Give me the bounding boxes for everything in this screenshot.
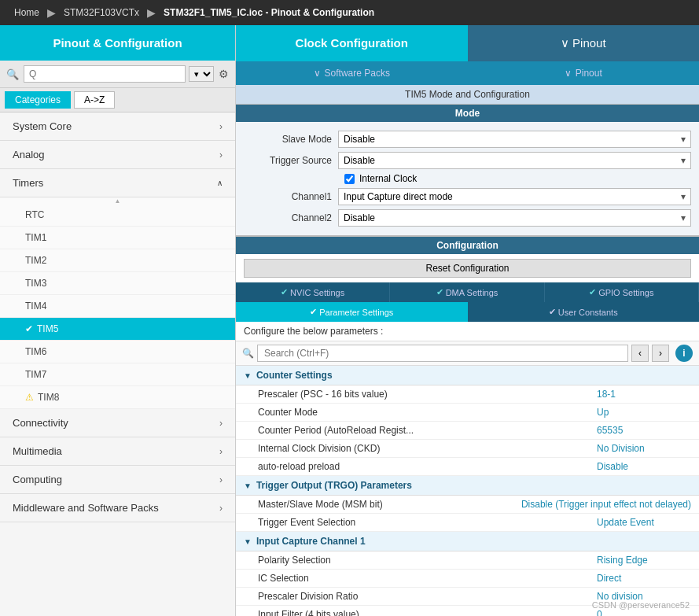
sub-item-tim5[interactable]: ✔ TIM5 [0, 318, 235, 341]
right-header-pinout[interactable]: ∨ Pinout [468, 25, 700, 61]
left-panel-header: Pinout & Configuration [0, 25, 235, 61]
settings-icon[interactable]: ⚙ [219, 68, 229, 80]
sub-item-tim3[interactable]: TIM3 [0, 272, 235, 295]
param-prescaler-val: 18-1 [597, 389, 691, 400]
param-search-input[interactable] [257, 345, 628, 362]
params-label: Configure the below parameters : [236, 322, 699, 341]
sub-item-tim4[interactable]: TIM4 [0, 295, 235, 318]
sub-item-tim7-label: TIM7 [25, 369, 46, 380]
nav-next-button[interactable]: › [652, 345, 669, 362]
tab-user-constants[interactable]: ✔ User Constants [468, 302, 700, 322]
param-search-icon: 🔍 [242, 348, 254, 359]
cat-timers[interactable]: Timers ∧ [0, 169, 235, 197]
cat-middleware-label: Middleware and Software Packs [13, 502, 159, 514]
counter-settings-label: Counter Settings [256, 370, 333, 381]
tab-gpio-settings[interactable]: ✔ GPIO Settings [545, 282, 699, 302]
trigger-source-val: Disable [344, 155, 681, 166]
counter-settings-group[interactable]: ▼ Counter Settings [236, 366, 699, 385]
right-panel: Clock Configuration ∨ Pinout ∨ Software … [236, 25, 699, 616]
tab-az[interactable]: A->Z [74, 91, 115, 109]
cat-analog[interactable]: Analog › [0, 141, 235, 169]
sub-item-rtc[interactable]: RTC [0, 204, 235, 227]
slave-mode-val: Disable [344, 134, 681, 145]
param-polarity-val: Rising Edge [597, 555, 691, 566]
param-check-icon: ✔ [310, 307, 317, 317]
sub-pinout[interactable]: ∨ Pinout [468, 61, 700, 85]
tim5-title: TIM5 Mode and Configuration [236, 85, 699, 105]
breadcrumb-home[interactable]: Home [6, 4, 47, 21]
trgo-group[interactable]: ▼ Trigger Output (TRGO) Parameters [236, 476, 699, 496]
channel1-row: Channel1 Input Capture direct mode ▾ [244, 188, 691, 205]
nvic-settings-label: NVIC Settings [290, 288, 344, 297]
config-section: Configuration [236, 237, 699, 254]
cat-middleware[interactable]: Middleware and Software Packs › [0, 494, 235, 522]
settings-tabs-row2: ✔ Parameter Settings ✔ User Constants [236, 302, 699, 322]
channel1-label: Channel1 [244, 191, 338, 202]
search-param-row: 🔍 ‹ › i [236, 341, 699, 366]
info-button[interactable]: i [675, 345, 693, 362]
sub-item-tim8[interactable]: ⚠ TIM8 [0, 386, 235, 409]
trigger-source-select[interactable]: Disable ▾ [338, 152, 691, 169]
slave-mode-select[interactable]: Disable ▾ [338, 131, 691, 148]
right-header-clock[interactable]: Clock Configuration [236, 25, 468, 61]
internal-clock-checkbox[interactable] [344, 174, 355, 184]
main-layout: Pinout & Configuration 🔍 ▾ ⚙ Categories … [0, 25, 699, 616]
param-prescaler-div-name: Prescaler Division Ratio [258, 591, 597, 602]
sub-item-tim1-label: TIM1 [25, 232, 46, 243]
param-ic-selection-name: IC Selection [258, 573, 597, 584]
slave-mode-arrow: ▾ [681, 134, 686, 145]
channel2-select[interactable]: Disable ▾ [338, 209, 691, 227]
search-row: 🔍 ▾ ⚙ [0, 61, 235, 88]
tab-parameter-settings[interactable]: ✔ Parameter Settings [236, 302, 468, 322]
tab-row: Categories A->Z [0, 88, 235, 113]
param-msm-name: Master/Slave Mode (MSM bit) [258, 499, 521, 510]
breadcrumb-file[interactable]: STM32F1_TIM5_IC.ioc - Pinout & Configura… [156, 4, 382, 21]
channel2-val: Disable [344, 212, 681, 223]
sub-item-tim3-label: TIM3 [25, 278, 46, 289]
cat-system-core[interactable]: System Core › [0, 113, 235, 141]
param-ic-selection: IC Selection Direct [236, 570, 699, 588]
timers-collapse-arrow: ▲ [115, 197, 121, 205]
slave-mode-label: Slave Mode [244, 134, 338, 145]
param-trigger-event-val: Update Event [597, 517, 691, 528]
sub-item-tim6-label: TIM6 [25, 346, 46, 357]
sub-item-tim6[interactable]: TIM6 [0, 341, 235, 363]
param-counter-mode-name: Counter Mode [258, 407, 597, 418]
cat-connectivity[interactable]: Connectivity › [0, 409, 235, 437]
param-polarity: Polarity Selection Rising Edge [236, 551, 699, 570]
breadcrumb-sep1: ▶ [47, 6, 56, 19]
settings-tabs-row1: ✔ NVIC Settings ✔ DMA Settings ✔ GPIO Se… [236, 282, 699, 302]
param-trigger-event: Trigger Event Selection Update Event [236, 514, 699, 532]
param-prescaler-name: Prescaler (PSC - 16 bits value) [258, 389, 597, 400]
parameter-settings-label: Parameter Settings [319, 308, 393, 317]
param-ckd-name: Internal Clock Division (CKD) [258, 443, 597, 454]
tab-nvic-settings[interactable]: ✔ NVIC Settings [236, 282, 390, 302]
timers-sub-list: ▲ RTC TIM1 TIM2 TIM3 TIM4 ✔ [0, 197, 235, 409]
cat-analog-label: Analog [13, 149, 44, 160]
sub-item-tim1[interactable]: TIM1 [0, 227, 235, 249]
sub-item-tim2[interactable]: TIM2 [0, 249, 235, 272]
sub-software-packs[interactable]: ∨ Software Packs [236, 61, 468, 85]
counter-settings-tri: ▼ [244, 371, 252, 380]
search-input[interactable] [24, 65, 186, 83]
param-autoreload-val: Disable [597, 461, 691, 472]
cat-computing[interactable]: Computing › [0, 466, 235, 494]
reset-config-button[interactable]: Reset Configuration [244, 259, 691, 278]
tab-dma-settings[interactable]: ✔ DMA Settings [390, 282, 544, 302]
sub-item-tim7[interactable]: TIM7 [0, 363, 235, 386]
dma-check-icon: ✔ [436, 287, 443, 297]
tab-categories[interactable]: Categories [5, 91, 71, 109]
chevron-timers: ∧ [217, 179, 223, 187]
trgo-tri: ▼ [244, 481, 252, 490]
sw-packs-label: Software Packs [325, 68, 390, 79]
nav-prev-button[interactable]: ‹ [631, 345, 649, 362]
sub-item-tim8-label: TIM8 [38, 392, 59, 403]
trigger-source-arrow: ▾ [681, 155, 686, 166]
param-counter-period-name: Counter Period (AutoReload Regist... [258, 425, 597, 436]
search-select[interactable]: ▾ [189, 66, 214, 82]
sub-item-tim2-label: TIM2 [25, 255, 46, 266]
input-capture-group[interactable]: ▼ Input Capture Channel 1 [236, 532, 699, 551]
breadcrumb-device[interactable]: STM32F103VCTx [56, 4, 147, 21]
cat-multimedia[interactable]: Multimedia › [0, 437, 235, 466]
channel1-select[interactable]: Input Capture direct mode ▾ [338, 188, 691, 205]
